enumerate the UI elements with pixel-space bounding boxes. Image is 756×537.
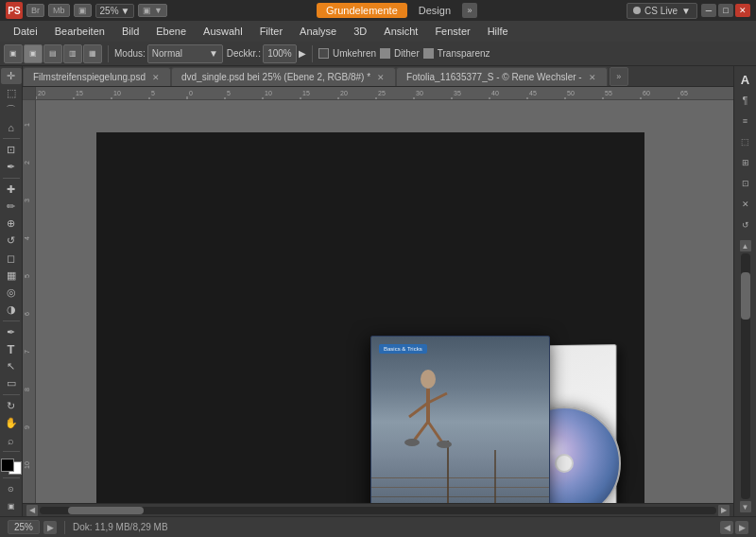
select-rect-tool[interactable]: ⬚ — [1, 85, 22, 101]
shape-btn-2[interactable]: ▣ — [24, 44, 43, 63]
hscroll-left[interactable]: ◀ — [26, 505, 38, 516]
menu-ansicht[interactable]: Ansicht — [376, 24, 425, 39]
panel-btn-6[interactable]: ↺ — [736, 216, 755, 234]
vscroll-track[interactable] — [741, 253, 750, 499]
shape-btn-5[interactable]: ▦ — [83, 44, 102, 63]
shape-btn-1[interactable]: ▣ — [4, 44, 23, 63]
bridge-btn[interactable]: Br — [26, 4, 44, 17]
svg-text:65: 65 — [680, 90, 688, 96]
eyedropper-tool[interactable]: ✒ — [1, 159, 22, 175]
tab-close-filmstreifen[interactable]: ✕ — [151, 73, 161, 82]
screen-mode-btn[interactable]: ▣ — [1, 498, 22, 514]
zoom-selector[interactable]: 25% ▼ — [95, 4, 135, 18]
eraser-tool[interactable]: ◻ — [1, 251, 22, 267]
arrange-selector[interactable]: ▣ ▼ — [138, 4, 166, 17]
hscroll-track[interactable] — [40, 507, 716, 514]
menu-datei[interactable]: Datei — [6, 24, 45, 39]
crop-tool[interactable]: ⊡ — [1, 142, 22, 158]
menu-ebene[interactable]: Ebene — [148, 24, 194, 39]
blend-mode-select[interactable]: Normal ▼ — [147, 44, 223, 63]
shape-btn-4[interactable]: ▥ — [63, 44, 82, 63]
panel-btn-1[interactable]: ≡ — [736, 112, 755, 130]
path-select-tool[interactable]: ↖ — [1, 358, 22, 374]
svg-line-53 — [428, 422, 442, 442]
doc-tab-filmstreifen[interactable]: Filmstreifenspiegelung.psd ✕ — [23, 67, 171, 86]
tool-preset-icon[interactable]: ▣ — [74, 4, 92, 17]
status-zoom-value[interactable]: 25% — [8, 520, 40, 534]
window-controls: ─ □ ✕ — [701, 4, 750, 17]
umkehren-label: Umkehren — [333, 48, 376, 59]
ruler-v-ticks: 1 2 3 4 5 6 7 8 9 10 — [23, 100, 36, 503]
menu-analyse[interactable]: Analyse — [292, 24, 344, 39]
menu-bearbeiten[interactable]: Bearbeiten — [47, 24, 112, 39]
menu-3d[interactable]: 3D — [346, 24, 374, 39]
vscroll-up[interactable]: ▲ — [740, 240, 751, 251]
deckkraft-label: Deckkr.: — [227, 48, 261, 59]
vscroll-thumb[interactable] — [741, 272, 750, 320]
hand-tool[interactable]: ✋ — [1, 415, 22, 431]
history-tool[interactable]: ↺ — [1, 233, 22, 249]
menu-fenster[interactable]: Fenster — [427, 24, 477, 39]
doc-tab-fotolia[interactable]: Fotolia_11635377_S - © Rene Wechsler - ✕ — [396, 67, 608, 86]
minibrige-btn[interactable]: Mb — [48, 4, 70, 17]
pen-tool[interactable]: ✒ — [1, 324, 22, 340]
minimize-button[interactable]: ─ — [701, 4, 716, 17]
quick-mask-btn[interactable]: ⊙ — [1, 481, 22, 497]
nav-next[interactable]: ▶ — [735, 521, 748, 534]
tool-sep-1 — [3, 138, 20, 139]
canvas-viewport[interactable]: Basics & Tricks — [49, 113, 733, 503]
maximize-button[interactable]: □ — [718, 4, 733, 17]
3d-tool[interactable]: ↻ — [1, 398, 22, 414]
panel-btn-type[interactable]: A — [736, 70, 755, 89]
tab-close-dvd[interactable]: ✕ — [376, 73, 386, 82]
panel-btn-2[interactable]: ⬚ — [736, 132, 755, 151]
nav-prev[interactable]: ◀ — [720, 521, 733, 534]
workspace-overflow[interactable]: » — [462, 3, 477, 18]
color-swatches[interactable] — [1, 459, 22, 475]
opacity-arrow[interactable]: ▶ — [299, 48, 306, 59]
quick-select-tool[interactable]: ⌂ — [1, 119, 22, 135]
type-tool[interactable]: T — [1, 341, 22, 357]
clone-tool[interactable]: ⊕ — [1, 216, 22, 232]
hscroll-right[interactable]: ▶ — [718, 505, 730, 516]
svg-line-52 — [414, 422, 428, 441]
options-bar: ▣ ▣ ▤ ▥ ▦ Modus: Normal ▼ Deckkr.: 100% … — [0, 42, 756, 66]
cslive-button[interactable]: CS Live ▼ — [627, 3, 697, 19]
gradient-tool[interactable]: ▦ — [1, 268, 22, 284]
zoom-tool[interactable]: ⌕ — [1, 432, 22, 448]
vscroll-down[interactable]: ▼ — [740, 501, 751, 512]
panel-btn-3[interactable]: ⊞ — [736, 153, 755, 172]
shape-tool[interactable]: ▭ — [1, 375, 22, 391]
shape-btn-3[interactable]: ▤ — [43, 44, 62, 63]
opacity-input[interactable]: 100% — [263, 44, 297, 63]
svg-text:7: 7 — [24, 350, 30, 354]
panel-btn-4[interactable]: ⊡ — [736, 174, 755, 193]
svg-text:8: 8 — [24, 388, 30, 391]
lasso-tool[interactable]: ⌒ — [1, 102, 22, 118]
umkehren-checkbox[interactable] — [318, 48, 329, 59]
dither-checkbox[interactable] — [380, 48, 390, 59]
menu-bild[interactable]: Bild — [114, 24, 146, 39]
tab-overflow[interactable]: » — [610, 67, 628, 86]
status-zoom-arrow[interactable]: ▶ — [43, 521, 57, 534]
panel-btn-5[interactable]: ✕ — [736, 195, 755, 214]
sep-1 — [108, 45, 109, 62]
healing-tool[interactable]: ✚ — [1, 182, 22, 198]
dodge-tool[interactable]: ◑ — [1, 302, 22, 318]
workspace-tab-design[interactable]: Design — [409, 3, 460, 18]
workspace-tab-grundelemente[interactable]: Grundelemente — [317, 3, 407, 18]
transparenz-checkbox[interactable] — [423, 48, 434, 59]
move-tool[interactable]: ✛ — [1, 68, 22, 84]
menu-hilfe[interactable]: Hilfe — [480, 24, 516, 39]
doc-tab-dvd[interactable]: dvd_single.psd bei 25% (Ebene 2, RGB/8#)… — [171, 67, 396, 86]
foreground-color[interactable] — [1, 459, 14, 472]
close-button[interactable]: ✕ — [735, 4, 750, 17]
tab-close-fotolia[interactable]: ✕ — [588, 73, 597, 82]
menu-filter[interactable]: Filter — [252, 24, 290, 39]
menu-auswahl[interactable]: Auswahl — [196, 24, 250, 39]
hscroll-thumb[interactable] — [68, 507, 144, 514]
brush-tool[interactable]: ✏ — [1, 199, 22, 215]
panel-btn-para[interactable]: ¶ — [736, 91, 755, 110]
blur-tool[interactable]: ◎ — [1, 285, 22, 301]
ps-logo: PS — [6, 2, 23, 19]
